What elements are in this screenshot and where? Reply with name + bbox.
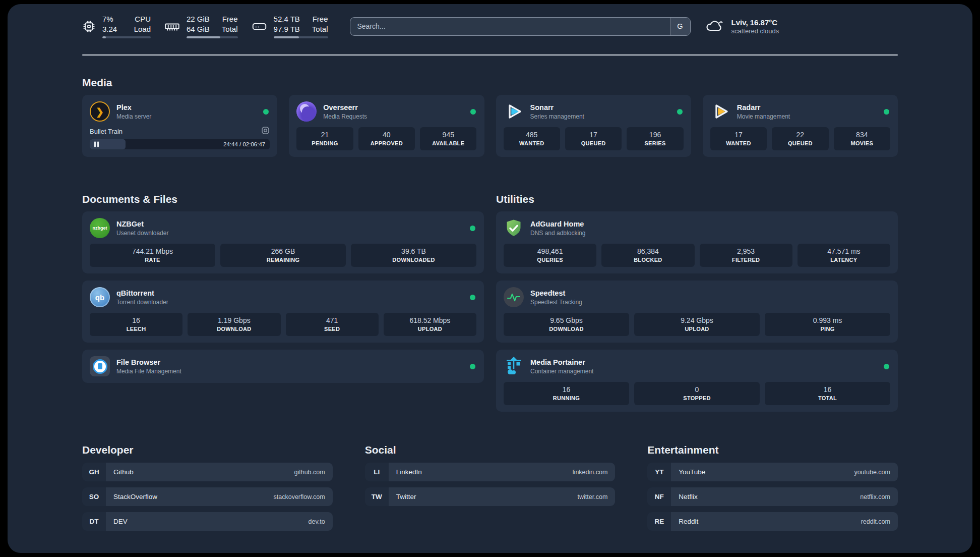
app-desc: Media Requests <box>323 113 367 120</box>
cloud-icon <box>705 17 725 35</box>
memory-icon <box>164 20 180 33</box>
stat-queued: 22 QUEUED <box>772 127 828 150</box>
search-provider-button[interactable]: G <box>670 18 690 35</box>
bookmark-name[interactable]: YouTube <box>679 468 705 476</box>
status-dot <box>884 364 889 369</box>
bookmark-url: github.com <box>294 469 325 476</box>
memory-usage-bar <box>187 36 238 38</box>
adguard-icon <box>504 218 524 238</box>
memory-widget: 22 GiB 64 GiB Free Total <box>164 14 238 38</box>
app-card-radarr[interactable]: Radarr Movie management 17 WANTED 22 QUE… <box>703 95 898 157</box>
app-card-overseerr[interactable]: Overseerr Media Requests 21 PENDING 40 A… <box>289 95 484 157</box>
bookmark-name[interactable]: Github <box>113 468 134 476</box>
playback-time: 24:44 / 02:06:47 <box>223 141 265 147</box>
stat-upload: 618.52 Mbps UPLOAD <box>384 313 476 336</box>
stat-blocked: 86,384 BLOCKED <box>601 244 694 267</box>
stat-pending: 21 PENDING <box>296 127 353 150</box>
bookmark-name[interactable]: StackOverflow <box>113 493 157 500</box>
bookmark-group-social: Social LI LinkedIn linkedin.com TW Twitt… <box>365 444 616 537</box>
bookmark-reddit[interactable]: RE Reddit reddit.com <box>647 512 898 531</box>
bookmark-abbr: RE <box>647 512 671 531</box>
app-card-sonarr[interactable]: Sonarr Series management 485 WANTED 17 Q… <box>496 95 691 157</box>
bookmark-name[interactable]: LinkedIn <box>396 468 422 476</box>
app-desc: Series management <box>530 113 584 120</box>
app-card-plex[interactable]: ❯ Plex Media server Bullet Train <box>82 95 277 157</box>
memory-total-value: 64 GiB <box>187 24 210 34</box>
sonarr-icon <box>504 101 524 122</box>
app-card-nzbget[interactable]: nzbget NZBGet Usenet downloader 744.21 M… <box>82 211 484 273</box>
memory-free-label: Free <box>222 14 238 24</box>
section-media: Media ❯ Plex Media server <box>82 77 898 157</box>
portainer-icon <box>504 356 524 376</box>
status-dot <box>470 226 475 231</box>
app-name[interactable]: File Browser <box>116 358 181 366</box>
status-dot <box>263 109 269 115</box>
disk-total-value: 97.9 TB <box>274 24 300 34</box>
app-name[interactable]: Plex <box>116 103 151 112</box>
bookmark-twitter[interactable]: TW Twitter twitter.com <box>365 487 616 506</box>
search-bar: G <box>350 17 691 36</box>
section-title-utilities: Utilities <box>496 193 898 205</box>
bookmark-abbr: GH <box>82 463 106 481</box>
bookmark-linkedin[interactable]: LI LinkedIn linkedin.com <box>365 463 616 481</box>
bookmark-abbr: NF <box>647 487 671 506</box>
cpu-icon <box>82 20 96 33</box>
app-card-adguard[interactable]: AdGuard Home DNS and adblocking 498,461 … <box>496 211 898 273</box>
bookmark-github[interactable]: GH Github github.com <box>82 463 333 481</box>
now-playing-title: Bullet Train <box>90 128 122 135</box>
status-dot <box>470 295 475 300</box>
bookmark-name[interactable]: Reddit <box>679 518 698 525</box>
stat-running: 16 RUNNING <box>504 382 629 405</box>
stat-upload: 9.24 Gbps UPLOAD <box>634 313 760 336</box>
app-name[interactable]: Media Portainer <box>530 358 593 366</box>
app-name[interactable]: Sonarr <box>530 103 584 112</box>
app-name[interactable]: qBittorrent <box>116 289 168 297</box>
cpu-load-label: Load <box>134 24 151 34</box>
section-utilities: Utilities <box>496 193 898 412</box>
bookmark-name[interactable]: Twitter <box>396 493 416 500</box>
overseerr-icon <box>296 101 317 122</box>
stat-ping: 0.993 ms PING <box>765 313 890 336</box>
bookmark-dev[interactable]: DT DEV dev.to <box>82 512 333 531</box>
app-card-speedtest[interactable]: Speedtest Speedtest Tracking 9.65 Gbps D… <box>496 281 898 343</box>
bookmark-name[interactable]: Netflix <box>679 493 698 500</box>
cpu-percent: 7% <box>102 14 117 24</box>
stat-wanted: 485 WANTED <box>504 127 560 150</box>
app-name[interactable]: AdGuard Home <box>530 220 585 228</box>
disk-usage-bar <box>274 36 328 38</box>
bookmark-abbr: DT <box>82 512 106 531</box>
bookmark-group-entertainment: Entertainment YT YouTube youtube.com NF … <box>647 444 898 537</box>
bookmark-stackoverflow[interactable]: SO StackOverflow stackoverflow.com <box>82 487 333 506</box>
stat-filtered: 2,953 FILTERED <box>700 244 792 267</box>
stat-seed: 471 SEED <box>286 313 379 336</box>
weather-widget: Lviv, 16.87°C scattered clouds <box>705 17 779 35</box>
bookmark-youtube[interactable]: YT YouTube youtube.com <box>647 463 898 481</box>
search-input[interactable] <box>350 18 670 35</box>
stat-available: 945 AVAILABLE <box>420 127 476 150</box>
bookmark-netflix[interactable]: NF Netflix netflix.com <box>647 487 898 506</box>
app-name[interactable]: NZBGet <box>116 220 168 228</box>
bookmark-url: twitter.com <box>578 493 608 500</box>
app-name[interactable]: Overseerr <box>323 103 367 112</box>
weather-condition: scattered clouds <box>731 27 779 35</box>
section-title-documents: Documents & Files <box>82 193 484 205</box>
stat-total: 16 TOTAL <box>765 382 890 405</box>
playback-progress-bar: 24:44 / 02:06:47 <box>90 139 270 149</box>
bookmark-group-title: Developer <box>82 444 333 456</box>
disk-free-value: 52.4 TB <box>274 14 300 24</box>
app-name[interactable]: Radarr <box>737 103 790 112</box>
filebrowser-icon <box>90 356 110 376</box>
stat-download: 1.19 Gbps DOWNLOAD <box>188 313 280 336</box>
app-card-qbittorrent[interactable]: qb qBittorrent Torrent downloader 16 <box>82 281 484 343</box>
app-card-portainer[interactable]: Media Portainer Container management 16 … <box>496 350 898 412</box>
cpu-usage-bar-fill <box>102 36 106 38</box>
section-documents: Documents & Files nzbget NZBGet Usenet d… <box>82 193 484 383</box>
bookmark-name[interactable]: DEV <box>113 518 128 525</box>
stat-leech: 16 LEECH <box>90 313 182 336</box>
app-name[interactable]: Speedtest <box>530 289 582 297</box>
stat-approved: 40 APPROVED <box>358 127 415 150</box>
app-card-filebrowser[interactable]: File Browser Media File Management <box>82 350 484 383</box>
bookmark-url: youtube.com <box>854 469 890 476</box>
memory-usage-bar-fill <box>187 36 220 38</box>
weather-location-temp: Lviv, 16.87°C <box>731 18 779 28</box>
